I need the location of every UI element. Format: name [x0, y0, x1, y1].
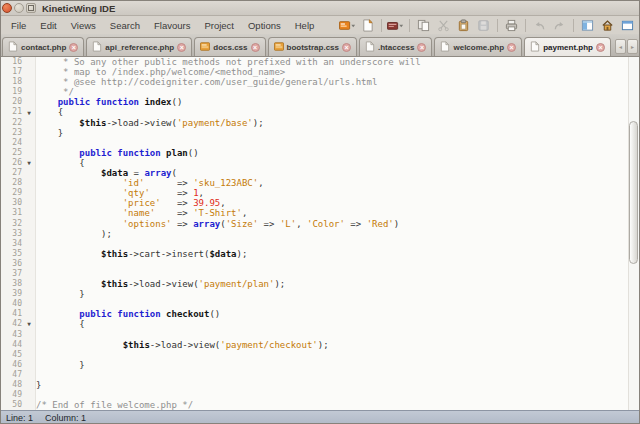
code-text: } [36, 380, 639, 390]
menu-item-options[interactable]: Options [241, 18, 288, 33]
code-text: 'name' => 'T-Shirt', [36, 208, 639, 218]
line-number: 44 [1, 340, 22, 350]
code-line: 35 $this->cart->insert($data); [1, 249, 639, 259]
line-number: 25 [1, 148, 22, 158]
fold-marker-icon[interactable]: ▼ [22, 108, 36, 118]
code-text: ); [36, 229, 639, 239]
code-text: public function checkout() [36, 309, 639, 319]
fold-marker-icon[interactable]: ▼ [22, 158, 36, 168]
tab-close-icon[interactable]: × [177, 43, 186, 52]
tab-scroll-right-icon[interactable]: ▸ [627, 39, 638, 54]
paste-icon[interactable] [455, 18, 472, 33]
print-icon[interactable] [503, 18, 520, 33]
save-icon[interactable] [475, 18, 492, 33]
new-file-icon[interactable] [359, 18, 376, 33]
maximize-window-icon[interactable] [26, 3, 36, 13]
code-line: 37 [1, 269, 639, 279]
editor[interactable]: 16 * So any other public methods not pre… [1, 57, 639, 410]
code-line: 40 [1, 299, 639, 309]
tab-api-reference-php[interactable]: api_reference.php× [86, 37, 192, 56]
code-line: 23 } [1, 128, 639, 138]
code-text: 'qty' => 1, [36, 188, 639, 198]
titlebar: KineticWing IDE [1, 1, 639, 16]
redo-icon[interactable] [551, 18, 568, 33]
screenshot-dropdown-icon[interactable] [387, 18, 404, 33]
line-number: 42 [1, 319, 22, 329]
line-number: 23 [1, 128, 22, 138]
code-text: $data = array( [36, 168, 639, 178]
code-line: 34 [1, 239, 639, 249]
line-number: 26 [1, 158, 22, 168]
home-icon[interactable] [599, 18, 616, 33]
code-line: 44 $this->load->view('payment/checkout')… [1, 340, 639, 350]
line-number: 35 [1, 249, 22, 259]
menu-item-file[interactable]: File [4, 18, 33, 33]
vertical-scrollbar[interactable] [628, 57, 639, 410]
line-number: 28 [1, 178, 22, 188]
tab-close-icon[interactable]: × [251, 43, 260, 52]
file-file-icon [92, 41, 102, 54]
close-window-icon[interactable] [2, 3, 12, 13]
line-number: 40 [1, 299, 22, 309]
tab-scroll-buttons: ◂ ▸ [615, 39, 638, 54]
css-file-icon [200, 41, 210, 54]
tab-close-icon[interactable]: × [69, 43, 78, 52]
window-controls [1, 3, 36, 13]
line-number: 34 [1, 239, 22, 249]
menu-item-flavours[interactable]: Flavours [147, 18, 197, 33]
menu-item-views[interactable]: Views [64, 18, 103, 33]
code-line: 32 'options' => array('Size' => 'L', 'Co… [1, 219, 639, 229]
tab-close-icon[interactable]: × [342, 43, 351, 52]
split-view-icon[interactable] [579, 18, 596, 33]
tab-welcome-php[interactable]: welcome.php× [434, 37, 522, 56]
line-number: 38 [1, 279, 22, 289]
code-text: } [36, 360, 639, 370]
toolbar-separator [381, 19, 382, 32]
menu-item-search[interactable]: Search [103, 18, 147, 33]
line-number: 47 [1, 370, 22, 380]
copy-icon[interactable] [415, 18, 432, 33]
css-file-icon [274, 41, 284, 54]
editor-window-icon[interactable] [619, 18, 636, 33]
code-area[interactable]: 16 * So any other public methods not pre… [1, 57, 639, 410]
tab-close-icon[interactable]: × [596, 43, 605, 52]
fold-marker-icon[interactable]: ▼ [22, 319, 36, 329]
menu-item-edit[interactable]: Edit [33, 18, 63, 33]
tab-contact-php[interactable]: contact.php× [2, 37, 84, 56]
line-number: 32 [1, 219, 22, 229]
tab-docs-css[interactable]: docs.css× [194, 37, 265, 56]
tab-label: welcome.php [453, 43, 504, 52]
tab-bootstrap-css[interactable]: bootstrap.css× [268, 37, 357, 56]
line-number: 39 [1, 289, 22, 299]
menu-item-project[interactable]: Project [197, 18, 241, 33]
flavours-dropdown-icon[interactable] [339, 18, 356, 33]
tab-label: .htaccess [378, 43, 414, 52]
line-number: 33 [1, 229, 22, 239]
line-number: 20 [1, 97, 22, 107]
code-line: 49 [1, 390, 639, 400]
toolbar-separator [409, 19, 410, 32]
cut-icon[interactable] [435, 18, 452, 33]
tab-close-icon[interactable]: × [417, 43, 426, 52]
undo-icon[interactable] [531, 18, 548, 33]
code-line: 25 public function plan() [1, 148, 639, 158]
file-file-icon [440, 41, 450, 54]
line-number: 41 [1, 309, 22, 319]
code-text: 'price' => 39.95, [36, 198, 639, 208]
code-line: 29 'qty' => 1, [1, 188, 639, 198]
menu-item-help[interactable]: Help [288, 18, 322, 33]
code-line: 43 [1, 330, 639, 340]
tab-label: docs.css [213, 43, 247, 52]
line-number: 49 [1, 390, 22, 400]
tab-htaccess[interactable]: .htaccess× [359, 37, 432, 56]
scrollbar-thumb[interactable] [629, 121, 638, 264]
code-line: 22 $this->load->view('payment/base'); [1, 118, 639, 128]
minimize-window-icon[interactable] [14, 3, 24, 13]
code-text: * @see http://codeigniter.com/user_guide… [36, 77, 639, 87]
line-number: 43 [1, 330, 22, 340]
tab-payment-php[interactable]: payment.php× [524, 37, 611, 56]
code-text: $this->load->view('payment/checkout'); [36, 340, 639, 350]
line-number: 19 [1, 87, 22, 97]
tab-close-icon[interactable]: × [507, 43, 516, 52]
tab-scroll-left-icon[interactable]: ◂ [615, 39, 626, 54]
